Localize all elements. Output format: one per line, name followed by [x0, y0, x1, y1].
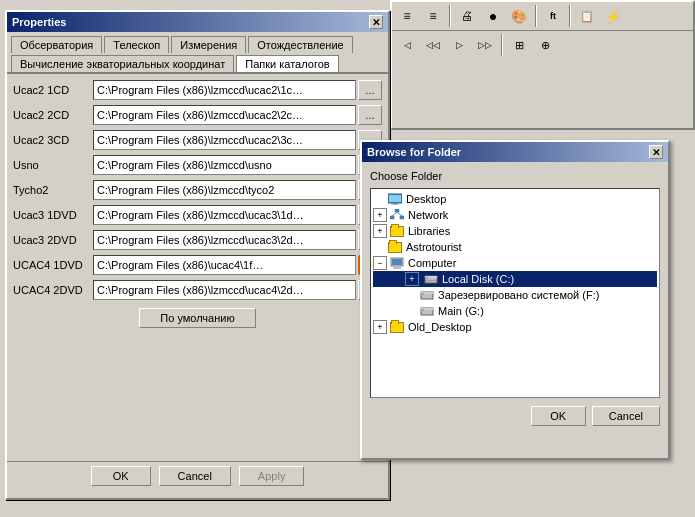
tree-item-old-desktop[interactable]: + Old_Desktop	[373, 319, 657, 335]
input-ucac2-1cd[interactable]	[93, 80, 356, 100]
toolbar-btn-1[interactable]: ≡	[395, 5, 419, 27]
browse-btn-ucac2-1cd[interactable]: …	[358, 80, 382, 100]
expander-old-desktop[interactable]: +	[373, 320, 387, 334]
desktop-icon	[387, 192, 403, 206]
browse-ok-button[interactable]: OK	[531, 406, 586, 426]
field-row-ucac2-2cd: Ucac2 2CD …	[13, 105, 382, 125]
tab-observatory[interactable]: Обсерватория	[11, 36, 102, 53]
toolbar-btn-b4[interactable]: ▷▷	[473, 34, 497, 56]
tab-identification[interactable]: Отождествление	[248, 36, 352, 53]
tab-telescope[interactable]: Телескоп	[104, 36, 169, 53]
tree-item-local-disk-c[interactable]: + Local Disk (C:)	[373, 271, 657, 287]
label-tycho2: Tycho2	[13, 184, 93, 196]
tree-item-computer[interactable]: − Computer	[373, 255, 657, 271]
properties-content: Ucac2 1CD … Ucac2 2CD … Ucac2 3CD … Usno…	[7, 74, 388, 342]
toolbar-btn-paste[interactable]: 📋	[575, 5, 599, 27]
properties-bottom-buttons: OK Cancel Apply	[7, 461, 388, 490]
svg-rect-3	[391, 204, 399, 205]
expander-local-disk-c[interactable]: +	[405, 272, 419, 286]
svg-rect-11	[395, 266, 399, 268]
input-tycho2[interactable]	[93, 180, 356, 200]
default-button[interactable]: По умолчанию	[139, 308, 255, 328]
tabs-row1: Обсерватория Телескоп Измерения Отождест…	[7, 32, 388, 53]
toolbar-btn-b5[interactable]: ⊞	[507, 34, 531, 56]
tree-label-network: Network	[408, 209, 448, 221]
label-ucac2-2cd: Ucac2 2CD	[13, 109, 93, 121]
folder-tree[interactable]: Desktop + Network +	[370, 188, 660, 398]
input-ucac3-2dvd[interactable]	[93, 230, 356, 250]
input-ucac2-3cd[interactable]	[93, 130, 356, 150]
input-ucac2-2cd[interactable]	[93, 105, 356, 125]
toolbar-btn-b2[interactable]: ◁◁	[421, 34, 445, 56]
tree-item-reserved-f[interactable]: Зарезервировано системой (F:)	[373, 287, 657, 303]
network-icon	[389, 208, 405, 222]
svg-rect-5	[390, 216, 394, 219]
label-ucac2-1cd: Ucac2 1CD	[13, 84, 93, 96]
computer-icon	[389, 256, 405, 270]
properties-window: Properties ✕ Обсерватория Телескоп Измер…	[5, 10, 390, 500]
properties-title: Properties	[12, 16, 66, 28]
svg-rect-15	[426, 278, 428, 279]
input-ucac4-1dvd[interactable]	[93, 255, 356, 275]
label-usno: Usno	[13, 159, 93, 171]
tree-item-astrotourist[interactable]: Astrotourist	[373, 239, 657, 255]
ok-button[interactable]: OK	[91, 466, 151, 486]
properties-close-btn[interactable]: ✕	[369, 15, 383, 29]
field-row-ucac2-1cd: Ucac2 1CD …	[13, 80, 382, 100]
field-row-usno: Usno …	[13, 155, 382, 175]
tree-label-astrotourist: Astrotourist	[406, 241, 462, 253]
toolbar-btn-circle[interactable]: ●	[481, 5, 505, 27]
svg-line-7	[392, 212, 397, 216]
expander-computer[interactable]: −	[373, 256, 387, 270]
field-row-ucac3-1dvd: Ucac3 1DVD …	[13, 205, 382, 225]
input-ucac3-1dvd[interactable]	[93, 205, 356, 225]
browse-dialog-close-btn[interactable]: ✕	[649, 145, 663, 159]
tab-measurements[interactable]: Измерения	[171, 36, 246, 53]
field-row-ucac3-2dvd: Ucac3 2DVD …	[13, 230, 382, 250]
label-ucac4-1dvd: UCAC4 1DVD	[13, 259, 93, 271]
toolbar-btn-flash[interactable]: ⚡	[601, 5, 625, 27]
expander-libraries[interactable]: +	[373, 224, 387, 238]
expander-network[interactable]: +	[373, 208, 387, 222]
toolbar-btn-ft[interactable]: ft	[541, 5, 565, 27]
tree-item-main-g[interactable]: Main (G:)	[373, 303, 657, 319]
input-ucac4-2dvd[interactable]	[93, 280, 356, 300]
toolbar-separator-4	[501, 34, 503, 56]
tab-catalog-folders[interactable]: Папки каталогов	[236, 55, 338, 72]
toolbar-btn-color[interactable]: 🎨	[507, 5, 531, 27]
toolbar-separator-2	[535, 5, 537, 27]
browse-cancel-button[interactable]: Cancel	[592, 406, 660, 426]
toolbar-btn-b3[interactable]: ▷	[447, 34, 471, 56]
tree-item-libraries[interactable]: + Libraries	[373, 223, 657, 239]
disk-f-icon	[419, 288, 435, 302]
cancel-button[interactable]: Cancel	[159, 466, 231, 486]
label-ucac3-1dvd: Ucac3 1DVD	[13, 209, 93, 221]
tab-equatorial[interactable]: Вычисление экваториальных координат	[11, 55, 234, 72]
toolbar-btn-2[interactable]: ≡	[421, 5, 445, 27]
tabs-row2: Вычисление экваториальных координат Папк…	[7, 53, 388, 74]
input-usno[interactable]	[93, 155, 356, 175]
browse-dialog-subtitle: Choose Folder	[370, 170, 660, 182]
tree-label-main-g: Main (G:)	[438, 305, 484, 317]
svg-rect-6	[400, 216, 404, 219]
toolbar-btn-b1[interactable]: ◁	[395, 34, 419, 56]
apply-button[interactable]: Apply	[239, 466, 305, 486]
toolbar-row: ≡ ≡ 🖨 ● 🎨 ft 📋 ⚡	[392, 2, 693, 31]
toolbar-btn-print[interactable]: 🖨	[455, 5, 479, 27]
label-ucac3-2dvd: Ucac3 2DVD	[13, 234, 93, 246]
svg-line-8	[397, 212, 402, 216]
disk-g-icon	[419, 304, 435, 318]
browse-for-folder-dialog: Browse for Folder ✕ Choose Folder Deskto…	[360, 140, 670, 460]
tree-item-desktop[interactable]: Desktop	[373, 191, 657, 207]
svg-rect-10	[392, 259, 402, 265]
svg-rect-12	[393, 268, 401, 269]
tree-label-old-desktop: Old_Desktop	[408, 321, 472, 333]
tree-item-network[interactable]: + Network	[373, 207, 657, 223]
field-row-ucac4-1dvd: UCAC4 1DVD …	[13, 255, 382, 275]
svg-rect-17	[426, 282, 433, 283]
svg-rect-4	[395, 209, 399, 212]
svg-rect-20	[422, 294, 424, 295]
toolbar-btn-b6[interactable]: ⊕	[533, 34, 557, 56]
browse-dialog-titlebar: Browse for Folder ✕	[362, 142, 668, 162]
browse-btn-ucac2-2cd[interactable]: …	[358, 105, 382, 125]
